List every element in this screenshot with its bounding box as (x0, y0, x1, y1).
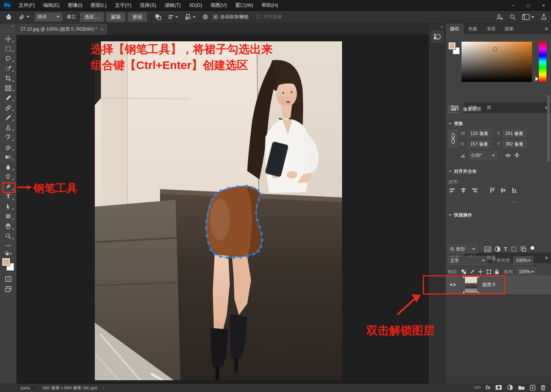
swap-colors-icon[interactable] (2, 251, 15, 257)
filter-type-text-icon[interactable]: T (504, 246, 507, 252)
account-icon[interactable] (496, 13, 503, 21)
y-field[interactable]: 392 像素 (503, 140, 527, 148)
quick-selection-tool[interactable] (2, 63, 15, 73)
adjustment-layer-icon[interactable] (507, 384, 513, 390)
tab-color[interactable]: 颜色 (446, 24, 464, 34)
tab-swatches[interactable]: 色板 (464, 24, 482, 34)
photo-document[interactable] (95, 41, 342, 380)
lock-all-icon[interactable] (494, 269, 499, 274)
lock-paint-icon[interactable] (469, 269, 475, 274)
gradient-tool[interactable] (2, 152, 15, 162)
flip-horizontal-icon[interactable] (505, 153, 511, 158)
hue-slider-arrow[interactable] (535, 77, 538, 81)
flip-vertical-icon[interactable] (514, 153, 520, 158)
align-right-icon[interactable] (471, 187, 478, 194)
delete-layer-icon[interactable] (540, 385, 546, 390)
menu-image[interactable]: 图像(I) (64, 0, 86, 11)
make-shape-button[interactable]: 形状 (128, 13, 147, 22)
status-chevron-icon[interactable]: › (103, 386, 104, 391)
rotation-field[interactable]: 0.00° (469, 152, 497, 159)
filter-adjustment-icon[interactable] (494, 246, 501, 252)
align-top-icon[interactable] (488, 187, 496, 194)
hue-slider[interactable] (539, 42, 546, 82)
align-bottom-icon[interactable] (510, 187, 518, 194)
color-foreground-swatch[interactable] (449, 42, 455, 49)
align-more-icon[interactable]: ··· (509, 199, 517, 205)
layer-style-fx-icon[interactable]: fx (486, 384, 490, 390)
frame-tool[interactable] (2, 83, 15, 93)
align-center-h-icon[interactable] (460, 187, 467, 194)
lock-artboard-icon[interactable] (486, 269, 491, 274)
align-edges-checkbox[interactable] (256, 14, 261, 19)
path-alignment-icon[interactable] (168, 14, 178, 20)
menu-window[interactable]: 窗口(W) (231, 0, 257, 11)
crop-tool[interactable] (2, 73, 15, 83)
history-brush-tool[interactable] (2, 132, 15, 142)
menu-select[interactable]: 选择(S) (135, 0, 160, 11)
tab-close-icon[interactable]: × (101, 27, 104, 32)
auto-add-checkbox[interactable]: ✓ (213, 14, 218, 19)
align-middle-v-icon[interactable] (499, 187, 507, 194)
color-picker-cursor[interactable] (493, 47, 497, 51)
quick-actions-header[interactable]: 快速操作 (449, 212, 472, 218)
zoom-level-field[interactable]: 100% (17, 385, 37, 391)
menu-view[interactable]: 视图(V) (206, 0, 231, 11)
workspace-icon[interactable] (522, 14, 534, 20)
move-tool[interactable] (2, 34, 15, 44)
tool-mode-select[interactable]: 路径 (35, 13, 62, 21)
collapse-panels-icon[interactable]: « (441, 24, 443, 29)
x-field[interactable]: 291 像素 (503, 130, 526, 137)
path-arrange-icon[interactable] (185, 14, 196, 20)
transform-section-header[interactable]: 变换 (449, 121, 463, 127)
align-left-icon[interactable] (449, 187, 456, 194)
minimize-button[interactable]: − (505, 0, 521, 11)
blend-mode-select[interactable]: 正常 (448, 256, 487, 265)
filter-pixel-icon[interactable] (484, 246, 491, 252)
history-panel-icon[interactable] (431, 30, 444, 43)
dodge-tool[interactable] (2, 172, 15, 182)
color-swatch-pair[interactable] (449, 42, 460, 55)
new-layer-icon[interactable] (530, 385, 535, 390)
properties-scrollbar[interactable] (547, 96, 550, 162)
marquee-tool[interactable] (2, 44, 15, 53)
hand-tool[interactable] (2, 221, 15, 231)
path-operations-icon[interactable] (155, 14, 162, 20)
make-mask-button[interactable]: 蒙版 (107, 13, 125, 22)
add-mask-icon[interactable] (495, 385, 502, 390)
width-field[interactable]: 132 像素 (468, 130, 491, 137)
tab-libraries[interactable]: 库 (482, 102, 496, 113)
tab-patterns[interactable]: 图案 (500, 24, 518, 34)
zoom-tool[interactable] (2, 231, 15, 241)
fill-field[interactable]: 100% (516, 268, 536, 276)
share-icon[interactable] (540, 14, 547, 20)
link-layers-icon[interactable] (474, 385, 481, 390)
menu-file[interactable]: 文件(F) (14, 0, 39, 11)
make-selection-button[interactable]: 选区… (80, 13, 104, 22)
search-icon[interactable] (509, 14, 516, 20)
lock-position-icon[interactable] (478, 269, 483, 274)
color-panel-menu-icon[interactable]: ≡ (545, 26, 548, 32)
eraser-tool[interactable] (2, 142, 15, 152)
rectangle-tool[interactable] (2, 211, 15, 221)
maximize-button[interactable]: □ (521, 0, 536, 11)
align-section-header[interactable]: 对齐并分布 (449, 168, 477, 175)
gear-icon[interactable] (202, 14, 209, 20)
new-group-icon[interactable] (518, 385, 525, 390)
toolbar-expand-icon[interactable]: » (0, 24, 16, 30)
menu-help[interactable]: 帮助(H) (257, 0, 282, 11)
menu-type[interactable]: 文字(Y) (111, 0, 135, 11)
blur-tool[interactable] (2, 162, 15, 172)
close-button[interactable]: × (536, 0, 551, 11)
edit-toolbar-icon[interactable] (2, 241, 15, 251)
filter-smart-object-icon[interactable] (520, 246, 526, 252)
color-picker-field[interactable] (462, 42, 532, 82)
quick-mask-icon[interactable] (2, 274, 15, 284)
height-field[interactable]: 157 像素 (468, 140, 491, 148)
lock-transparent-icon[interactable] (461, 269, 466, 274)
filter-toggle-icon[interactable] (530, 246, 535, 252)
opacity-field[interactable]: 100% (513, 256, 533, 265)
menu-layer[interactable]: 图层(L) (86, 0, 111, 11)
tab-gradients[interactable]: 渐变 (482, 24, 500, 34)
eyedropper-tool[interactable] (2, 93, 15, 103)
screen-mode-icon[interactable] (2, 284, 15, 294)
